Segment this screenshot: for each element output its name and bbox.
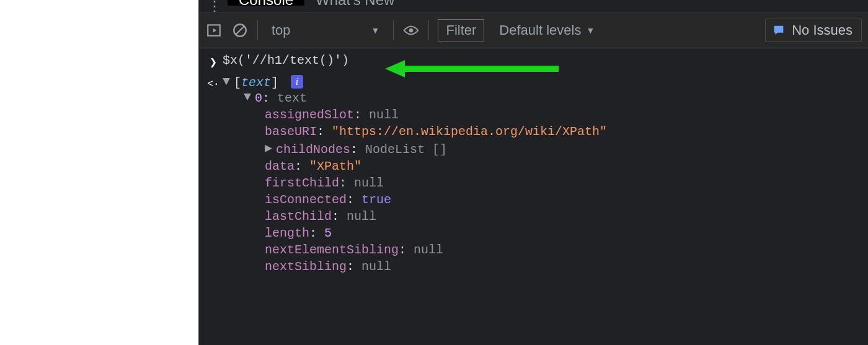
devtools-tabs: ⋮ Console What's New xyxy=(199,0,868,12)
tab-whats-new-label: What's New xyxy=(316,0,394,9)
object-tree: ▼0: text assignedSlot: null baseURI: "ht… xyxy=(223,90,862,275)
svg-point-3 xyxy=(409,28,414,32)
console-input-row: ❯ $x('//h1/text()') xyxy=(199,51,868,72)
prop-assignedSlot[interactable]: assignedSlot: null xyxy=(265,107,862,123)
console-result-row: <· ▼[text] i ▼0: text assignedSlot: null… xyxy=(199,72,868,277)
execution-context-select[interactable]: top ▼ xyxy=(267,22,384,38)
prop-length[interactable]: length: 5 xyxy=(265,225,862,242)
context-label: top xyxy=(272,22,291,38)
issues-label: No Issues xyxy=(792,22,852,38)
tab-console-label: Console xyxy=(239,0,293,9)
live-expression-icon[interactable] xyxy=(402,22,420,39)
info-icon[interactable]: i xyxy=(291,75,303,89)
prop-isConnected[interactable]: isConnected: true xyxy=(265,191,862,208)
console-output: ❯ $x('//h1/text()') <· ▼[text] i ▼0: tex… xyxy=(199,48,868,345)
issues-button[interactable]: No Issues xyxy=(765,19,862,42)
tab-console[interactable]: Console xyxy=(228,0,304,6)
result-type: text xyxy=(241,76,271,90)
prop-lastChild[interactable]: lastChild: null xyxy=(265,208,862,225)
log-levels-select[interactable]: Default levels ▼ xyxy=(499,22,595,38)
index-type: text xyxy=(277,91,307,105)
filter-input[interactable]: Filter xyxy=(438,19,484,41)
output-icon: <· xyxy=(204,75,223,90)
console-input-text[interactable]: $x('//h1/text()') xyxy=(223,53,868,68)
page-background xyxy=(0,0,198,345)
result-content[interactable]: ▼[text] i ▼0: text assignedSlot: null ba… xyxy=(223,75,868,275)
prop-baseURI[interactable]: baseURI: "https://en.wikipedia.org/wiki/… xyxy=(265,123,862,140)
chevron-down-icon: ▼ xyxy=(371,25,380,35)
prop-data[interactable]: data: "XPath" xyxy=(265,158,862,175)
expand-toggle-icon[interactable]: ▶ xyxy=(265,140,272,147)
property-list: assignedSlot: null baseURI: "https://en.… xyxy=(244,107,862,275)
prop-childNodes[interactable]: ▶childNodes: NodeList [] xyxy=(265,140,862,158)
input-prompt-icon: ❯ xyxy=(204,53,223,70)
filter-placeholder: Filter xyxy=(446,22,476,38)
toolbar-divider xyxy=(393,20,394,40)
prop-firstChild[interactable]: firstChild: null xyxy=(265,175,862,191)
clear-console-icon[interactable] xyxy=(231,22,249,39)
expand-toggle-icon[interactable]: ▼ xyxy=(244,90,251,97)
levels-label: Default levels xyxy=(499,22,581,38)
toggle-sidebar-icon[interactable] xyxy=(205,22,223,39)
prop-nextElementSibling[interactable]: nextElementSibling: null xyxy=(265,242,862,258)
more-tabs-icon[interactable]: ⋮ xyxy=(205,0,224,12)
prop-nextSibling[interactable]: nextSibling: null xyxy=(265,258,862,275)
chevron-down-icon: ▼ xyxy=(586,25,595,35)
tab-whats-new[interactable]: What's New xyxy=(304,0,405,6)
tree-index-row[interactable]: ▼0: text xyxy=(244,90,862,107)
devtools-panel: ⋮ Console What's New top ▼ xyxy=(198,0,868,345)
toolbar-divider xyxy=(428,20,429,40)
svg-line-2 xyxy=(236,26,244,34)
issues-icon xyxy=(772,24,786,37)
expand-toggle-icon[interactable]: ▼ xyxy=(223,74,230,82)
console-toolbar: top ▼ Filter Default levels ▼ No Issues xyxy=(199,12,868,48)
toolbar-divider xyxy=(257,20,258,40)
index-key: 0 xyxy=(255,91,262,105)
